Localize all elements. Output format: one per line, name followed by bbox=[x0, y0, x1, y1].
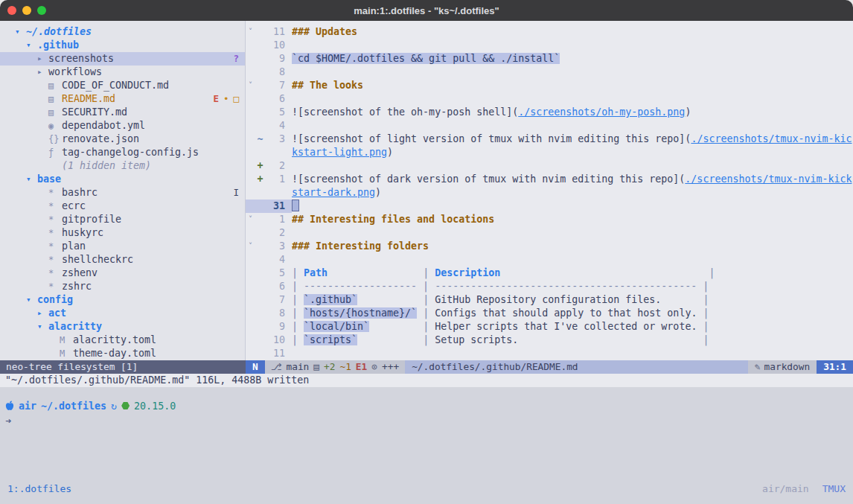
editor-gutter: ˅ 1 bbox=[246, 213, 292, 226]
shell-empty-area[interactable] bbox=[0, 428, 853, 482]
editor-line[interactable]: 8 bbox=[246, 66, 853, 79]
tree-item-workflows[interactable]: ▸workflows bbox=[0, 66, 245, 79]
editor-line[interactable]: ˅ 3### Interesting folders bbox=[246, 240, 853, 253]
text-segment-th: Path bbox=[304, 267, 417, 278]
editor-line[interactable]: 9`cd $HOME/.dotfiles && git pull && ./in… bbox=[246, 52, 853, 66]
editor-buffer: ˅ 11### Updates 10 9`cd $HOME/.dotfiles … bbox=[246, 21, 853, 360]
line-number: 5 bbox=[265, 267, 292, 280]
fold-column bbox=[246, 267, 255, 280]
editor-line[interactable]: ˅ 7## The looks bbox=[246, 79, 853, 92]
line-text bbox=[292, 92, 853, 106]
editor-line[interactable]: 6| ------------------- | ---------------… bbox=[246, 280, 853, 293]
tree-item-zshrc[interactable]: *zshrc bbox=[0, 280, 245, 293]
tree-item-alacritty[interactable]: ▾alacritty bbox=[0, 320, 245, 334]
tree-item-dependabot-yml[interactable]: ◉dependabot.yml bbox=[0, 119, 245, 133]
tree-item-github[interactable]: ▾.github bbox=[0, 39, 245, 52]
line-text: ## The looks bbox=[292, 79, 853, 92]
apple-icon bbox=[5, 401, 14, 411]
tree-item-dotfiles[interactable]: ▾~/.dotfiles bbox=[0, 25, 245, 39]
editor-line[interactable]: kstart-light.png) bbox=[246, 146, 853, 159]
text-segment-link: ./screenshots/tmux-nvim-kick bbox=[685, 173, 852, 185]
markdown-icon: ▤ bbox=[48, 106, 62, 119]
tree-item-renovate-json[interactable]: {}renovate.json bbox=[0, 133, 245, 146]
tree-item-bashrc[interactable]: *bashrcI bbox=[0, 186, 245, 200]
expander-icon[interactable]: ▾ bbox=[26, 293, 37, 307]
expander-spacer bbox=[37, 106, 48, 119]
diff-added: +2 bbox=[324, 360, 335, 374]
editor-line[interactable]: 9| `local/bin` | Helper scripts that I'v… bbox=[246, 320, 853, 334]
editor-line[interactable]: 31 bbox=[246, 200, 853, 213]
tree-item-huskyrc[interactable]: *huskyrc bbox=[0, 226, 245, 240]
close-button[interactable] bbox=[7, 6, 16, 15]
js-icon: ƒ bbox=[48, 146, 62, 159]
line-number: 4 bbox=[265, 253, 292, 267]
tree-item-1-hidden-item[interactable]: (1 hidden item) bbox=[0, 159, 245, 173]
expander-icon[interactable]: ▾ bbox=[15, 25, 26, 39]
tree-item-act[interactable]: ▸act bbox=[0, 307, 245, 320]
fold-icon[interactable]: ˅ bbox=[246, 25, 255, 39]
expander-icon[interactable]: ▾ bbox=[26, 173, 37, 186]
file-path: ~/.dotfiles/.github/README.md bbox=[405, 360, 748, 374]
expander-icon[interactable]: ▾ bbox=[37, 320, 48, 334]
editor-gutter: 10 bbox=[246, 334, 292, 347]
tree-item-gitprofile[interactable]: *gitprofile bbox=[0, 213, 245, 226]
status-row: neo-tree filesystem [1] N ⎇ main ▤ +2 ~1… bbox=[0, 360, 853, 374]
expander-spacer bbox=[37, 79, 48, 92]
editor-line[interactable]: 4 bbox=[246, 253, 853, 267]
fold-icon[interactable]: ˅ bbox=[246, 79, 255, 92]
zoom-button[interactable] bbox=[37, 6, 46, 15]
tree-item-screenshots[interactable]: ▸screenshots? bbox=[0, 52, 245, 66]
tree-item-security-md[interactable]: ▤SECURITY.md bbox=[0, 106, 245, 119]
tree-item-shellcheckrc[interactable]: *shellcheckrc bbox=[0, 253, 245, 267]
line-text: | `local/bin` | Helper scripts that I've… bbox=[292, 320, 853, 334]
editor-line[interactable]: 8| `hosts/{hostname}/` | Configs that sh… bbox=[246, 307, 853, 320]
tree-item-config[interactable]: ▾config bbox=[0, 293, 245, 307]
editor-line[interactable]: ˅ 1## Interesting files and locations bbox=[246, 213, 853, 226]
editor-line[interactable]: 10 bbox=[246, 39, 853, 52]
editor-line[interactable]: 4 bbox=[246, 119, 853, 133]
editor-line[interactable]: 2 bbox=[246, 226, 853, 240]
editor-line[interactable]: ~3![screenshot of light version of tmux … bbox=[246, 133, 853, 146]
tree-item-ecrc[interactable]: *ecrc bbox=[0, 200, 245, 213]
editor-line[interactable]: 11 bbox=[246, 347, 853, 360]
editor-line[interactable]: ˅ 11### Updates bbox=[246, 25, 853, 39]
expander-icon[interactable]: ▸ bbox=[37, 307, 48, 320]
fold-column bbox=[246, 106, 255, 119]
expander-icon[interactable]: ▸ bbox=[37, 66, 48, 79]
text-segment-link: ./screenshots/oh-my-posh.png bbox=[518, 106, 685, 118]
tree-item-label: SECURITY.md bbox=[62, 106, 127, 119]
editor-line[interactable]: 5![screenshot of the oh-my-posh shell](.… bbox=[246, 106, 853, 119]
expander-icon[interactable]: ▾ bbox=[26, 39, 37, 52]
text-segment-delim: | bbox=[292, 294, 304, 305]
tree-item-alacritty-toml[interactable]: Malacritty.toml bbox=[0, 334, 245, 347]
toml-icon: M bbox=[60, 347, 73, 360]
shell-pane: air ~/.dotfiles ↻ 20.15.0 ➜ 1:.dotfiles … bbox=[0, 387, 853, 504]
editor-line[interactable]: 7| `.github` | GitHub Repository configu… bbox=[246, 293, 853, 307]
fold-icon[interactable]: ˅ bbox=[246, 240, 255, 253]
editor-line[interactable]: +1![screenshot of dark version of tmux w… bbox=[246, 173, 853, 186]
shell-icon: * bbox=[48, 200, 62, 213]
shell-icon: * bbox=[48, 186, 62, 200]
text-segment-delim: | bbox=[703, 267, 715, 278]
expander-spacer bbox=[37, 133, 48, 146]
editor-line[interactable]: 5| Path | Description | bbox=[246, 267, 853, 280]
expander-spacer bbox=[37, 159, 48, 173]
expander-icon[interactable]: ▸ bbox=[37, 52, 48, 66]
editor-line[interactable]: start-dark.png) bbox=[246, 186, 853, 200]
expander-spacer bbox=[37, 240, 48, 253]
tree-item-plan[interactable]: *plan bbox=[0, 240, 245, 253]
shell-icon: * bbox=[48, 253, 62, 267]
tree-item-code-of-conduct-md[interactable]: ▤CODE_OF_CONDUCT.md bbox=[0, 79, 245, 92]
editor-line[interactable]: 10| `scripts` | Setup scripts. | bbox=[246, 334, 853, 347]
tmux-window-name[interactable]: 1:.dotfiles bbox=[7, 482, 71, 497]
editor-line[interactable]: 6 bbox=[246, 92, 853, 106]
editor-line[interactable]: +2 bbox=[246, 159, 853, 173]
tree-item-theme-day-toml[interactable]: Mtheme-day.toml bbox=[0, 347, 245, 360]
fold-icon[interactable]: ˅ bbox=[246, 213, 255, 226]
tree-item-zshenv[interactable]: *zshenv bbox=[0, 267, 245, 280]
tree-item-base[interactable]: ▾base bbox=[0, 173, 245, 186]
tree-item-readme-md[interactable]: ▤README.mdE•□ bbox=[0, 92, 245, 106]
minimize-button[interactable] bbox=[22, 6, 31, 15]
tree-item-tag-changelog-config-js[interactable]: ƒtag-changelog-config.js bbox=[0, 146, 245, 159]
editor-gutter: 5 bbox=[246, 267, 292, 280]
